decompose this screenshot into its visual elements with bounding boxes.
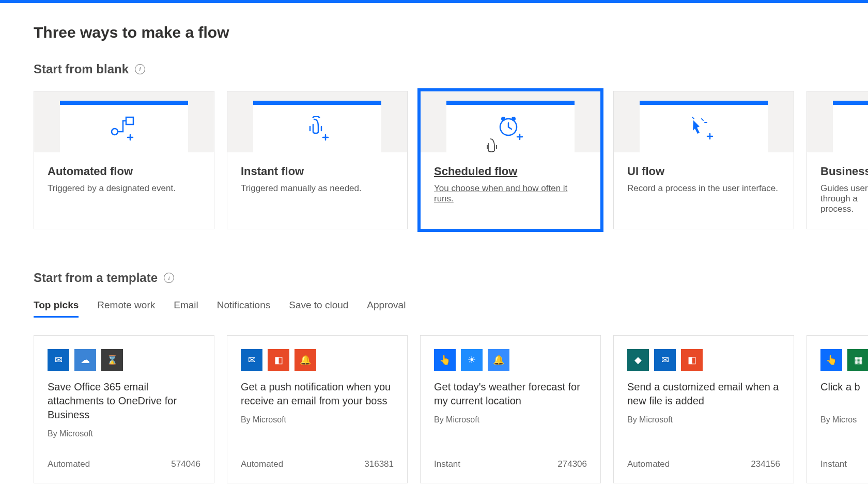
tab-save-to-cloud[interactable]: Save to cloud: [289, 300, 348, 318]
template-title: Get a push notification when you receive…: [241, 380, 394, 408]
flow-card-scheduled[interactable]: Scheduled flow You choose when and how o…: [420, 91, 601, 229]
flow-card-desc: You choose when and how often it runs.: [434, 183, 587, 204]
template-card[interactable]: 👆 ☀ 🔔 Get today's weather forecast for m…: [420, 335, 601, 483]
template-author: By Micros: [820, 415, 868, 424]
template-author: By Microsoft: [434, 415, 587, 424]
flow-illustration: [807, 91, 868, 152]
tab-remote-work[interactable]: Remote work: [97, 300, 155, 318]
tab-approval[interactable]: Approval: [367, 300, 406, 318]
outlook-icon: ✉: [241, 349, 262, 371]
bell-icon: 🔔: [295, 349, 316, 371]
flow-card-desc: Triggered manually as needed.: [241, 183, 394, 194]
template-icons: ◆ ✉ ◧: [627, 349, 780, 371]
template-type: Automated: [627, 459, 670, 469]
template-title: Save Office 365 email attachments to One…: [48, 380, 200, 422]
automated-flow-icon: [111, 116, 137, 141]
template-tabs: Top picks Remote work Email Notification…: [34, 300, 868, 318]
svg-point-3: [501, 117, 505, 121]
template-icons: ✉ ☁ ⌛: [48, 349, 200, 371]
template-type: Instant: [820, 459, 847, 469]
button-icon: 👆: [434, 349, 456, 371]
svg-rect-0: [126, 117, 133, 124]
template-title: Send a customized email when a new file …: [627, 380, 780, 408]
template-author: By Microsoft: [241, 415, 394, 424]
outlook-icon: ✉: [48, 349, 69, 371]
flow-card-title: Business: [820, 165, 868, 178]
tab-top-picks[interactable]: Top picks: [34, 300, 79, 318]
ui-flow-icon: [690, 116, 717, 141]
template-heading: Start from a template: [34, 271, 158, 285]
office-icon: ◧: [681, 349, 703, 371]
outlook-icon: ✉: [654, 349, 676, 371]
office-icon: ◧: [268, 349, 289, 371]
flow-card-automated[interactable]: Automated flow Triggered by a designated…: [34, 91, 214, 229]
flow-illustration: [227, 91, 407, 152]
timer-icon: ⌛: [101, 349, 123, 371]
main-content: Three ways to make a flow Start from bla…: [0, 3, 868, 488]
onedrive-icon: ☁: [74, 349, 96, 371]
sharepoint-icon: ◆: [627, 349, 649, 371]
flow-illustration: [34, 91, 214, 152]
flow-card-desc: Guides users through a process.: [820, 183, 868, 214]
template-author: By Microsoft: [48, 429, 200, 438]
svg-point-1: [112, 129, 118, 135]
info-icon[interactable]: i: [135, 64, 145, 74]
template-icons: ✉ ◧ 🔔: [241, 349, 394, 371]
template-icons: 👆 ☀ 🔔: [434, 349, 587, 371]
flow-illustration: [421, 91, 600, 152]
flow-card-title: Instant flow: [241, 165, 394, 178]
template-type: Instant: [434, 459, 460, 469]
button-icon: 👆: [820, 349, 842, 371]
template-count: 234156: [751, 459, 780, 469]
excel-icon: ▦: [847, 349, 868, 371]
flow-card-ui[interactable]: UI flow Record a process in the user int…: [613, 91, 794, 229]
template-author: By Microsoft: [627, 415, 780, 424]
template-count: 274306: [557, 459, 587, 469]
flow-card-desc: Record a process in the user interface.: [627, 183, 780, 194]
flow-card-desc: Triggered by a designated event.: [48, 183, 200, 194]
template-title: Get today's weather forecast for my curr…: [434, 380, 587, 408]
instant-flow-icon: [304, 116, 331, 141]
template-type: Automated: [241, 459, 283, 469]
flow-card-title: Scheduled flow: [434, 165, 587, 178]
tab-notifications[interactable]: Notifications: [217, 300, 271, 318]
svg-point-4: [512, 117, 516, 121]
template-card[interactable]: ✉ ◧ 🔔 Get a push notification when you r…: [227, 335, 408, 483]
template-card[interactable]: ◆ ✉ ◧ Send a customized email when a new…: [613, 335, 794, 483]
page-title: Three ways to make a flow: [34, 24, 868, 41]
template-title: Click a b: [820, 380, 868, 408]
template-section-header: Start from a template i: [34, 271, 868, 285]
template-card[interactable]: ✉ ☁ ⌛ Save Office 365 email attachments …: [34, 335, 214, 483]
template-card[interactable]: 👆 ▦ Click a b By Micros Instant: [807, 335, 868, 483]
flow-card-title: UI flow: [627, 165, 780, 178]
flow-illustration: [614, 91, 794, 152]
blank-section-header: Start from blank i: [34, 62, 868, 76]
template-cards-row: ✉ ☁ ⌛ Save Office 365 email attachments …: [34, 335, 868, 483]
flow-card-instant[interactable]: Instant flow Triggered manually as neede…: [227, 91, 408, 229]
weather-icon: ☀: [461, 349, 483, 371]
template-icons: 👆 ▦: [820, 349, 868, 371]
bell-icon: 🔔: [488, 349, 509, 371]
flow-card-business[interactable]: Business Guides users through a process.: [807, 91, 868, 229]
info-icon[interactable]: i: [164, 273, 174, 283]
scheduled-flow-icon: [496, 116, 525, 141]
tab-email[interactable]: Email: [174, 300, 198, 318]
blank-heading: Start from blank: [34, 62, 129, 76]
flow-cards-row: Automated flow Triggered by a designated…: [34, 91, 868, 229]
flow-card-title: Automated flow: [48, 165, 200, 178]
template-type: Automated: [48, 459, 90, 469]
template-count: 316381: [364, 459, 394, 469]
template-count: 574046: [171, 459, 200, 469]
